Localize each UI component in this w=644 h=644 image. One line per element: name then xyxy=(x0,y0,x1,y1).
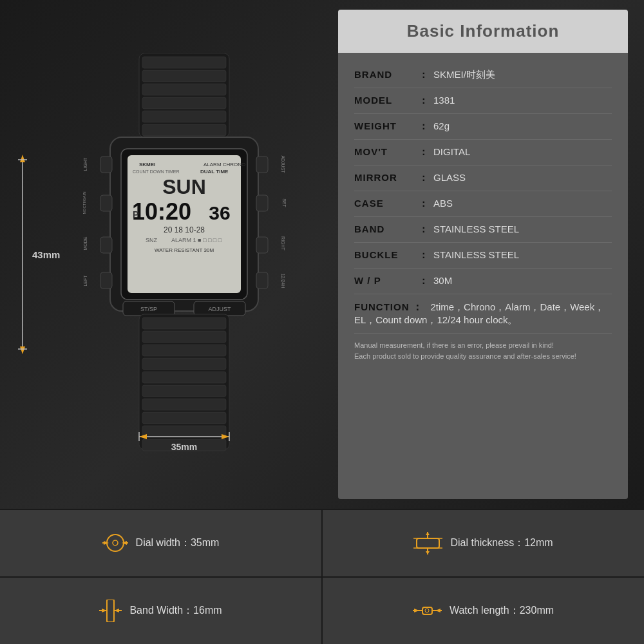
buckle-row: BUCKLE ： STAINLESS STEEL xyxy=(354,243,612,269)
note-line2: Each product sold to provide quality ass… xyxy=(354,351,612,362)
main-content: 43mm xyxy=(0,0,644,509)
svg-text:DUAL TIME: DUAL TIME xyxy=(200,169,229,175)
svg-text:ALARM 1 ■ □ □ □ □: ALARM 1 ■ □ □ □ □ xyxy=(171,237,222,243)
svg-rect-15 xyxy=(100,237,112,253)
svg-rect-6 xyxy=(142,57,226,68)
dial-width-icon xyxy=(102,532,128,554)
info-header: Basic Information xyxy=(338,10,628,53)
spec-band-width-label: Band Width：16mm xyxy=(129,604,222,618)
svg-text:COUNT DOWN TIMER: COUNT DOWN TIMER xyxy=(133,169,179,174)
case-value: ABS xyxy=(433,198,453,209)
weight-row: WEIGHT ： 62g xyxy=(354,114,612,140)
brand-label: BRAND xyxy=(354,69,419,80)
note-line1: Manual measurement, if there is an error… xyxy=(354,340,612,351)
svg-rect-53 xyxy=(142,385,226,397)
band-value: STAINLESS STEEL xyxy=(433,223,519,234)
spec-band-width: Band Width：16mm xyxy=(0,578,323,644)
svg-text:ALARM CHRONO: ALARM CHRONO xyxy=(204,162,245,167)
svg-rect-55 xyxy=(142,412,226,424)
band-width-icon xyxy=(99,600,122,622)
brand-row: BRAND ： SKMEI/时刻美 xyxy=(354,62,612,88)
mirror-label: MIRROR xyxy=(354,172,419,183)
weight-value: 62g xyxy=(433,120,450,131)
svg-marker-74 xyxy=(426,532,430,535)
movt-label: MOV'T xyxy=(354,146,419,157)
svg-rect-13 xyxy=(100,156,112,173)
svg-marker-81 xyxy=(114,609,119,612)
svg-text:SKMEI: SKMEI xyxy=(139,162,155,167)
svg-text:ADJUST: ADJUST xyxy=(208,306,231,312)
movt-value: DIGITAL xyxy=(433,146,470,157)
svg-rect-14 xyxy=(100,195,112,211)
case-row: CASE ： ABS xyxy=(354,191,612,217)
svg-text:WATER RESISTANT 30M: WATER RESISTANT 30M xyxy=(155,247,214,253)
svg-rect-8 xyxy=(142,84,226,95)
spec-watch-length-label: Watch length：230mm xyxy=(450,604,554,618)
svg-text:10:20: 10:20 xyxy=(132,198,191,225)
buckle-label: BUCKLE xyxy=(354,249,419,260)
case-label: CASE xyxy=(354,198,419,209)
info-title: Basic Information xyxy=(407,21,560,41)
brand-value: SKMEI/时刻美 xyxy=(433,69,495,81)
wp-label: W / P xyxy=(354,275,419,286)
svg-rect-54 xyxy=(142,399,226,410)
specs-row-1: Dial width：35mm Dial thickness：12mm xyxy=(0,509,644,576)
svg-rect-16 xyxy=(100,272,112,289)
svg-text:SNZ: SNZ xyxy=(146,237,158,243)
svg-point-65 xyxy=(113,540,118,545)
spec-dial-width: Dial width：35mm xyxy=(0,510,323,576)
svg-rect-17 xyxy=(256,156,268,173)
svg-rect-50 xyxy=(142,345,226,356)
svg-rect-56 xyxy=(142,426,226,437)
svg-text:SET: SET xyxy=(282,198,287,207)
weight-label: WEIGHT xyxy=(354,120,419,131)
svg-rect-19 xyxy=(256,237,268,253)
svg-rect-7 xyxy=(142,70,226,82)
height-dimension-label: 43mm xyxy=(32,249,60,260)
svg-rect-51 xyxy=(142,358,226,370)
wp-row: W / P ： 30M xyxy=(354,269,612,294)
model-label: MODEL xyxy=(354,95,419,106)
svg-point-64 xyxy=(107,535,124,551)
mirror-row: MIRROR ： GLASS xyxy=(354,166,612,191)
svg-text:NOCTI/GAIN: NOCTI/GAIN xyxy=(82,191,86,214)
svg-text:LEFT: LEFT xyxy=(83,275,88,287)
svg-text:35mm: 35mm xyxy=(171,442,197,452)
band-label: BAND xyxy=(354,223,419,234)
spec-dial-thickness-label: Dial thickness：12mm xyxy=(450,536,553,550)
vertical-dimension-arrow xyxy=(16,155,29,354)
svg-marker-76 xyxy=(426,551,430,554)
svg-text:ST/SP: ST/SP xyxy=(140,306,157,312)
svg-rect-18 xyxy=(256,195,268,211)
movt-row: MOV'T ： DIGITAL xyxy=(354,140,612,166)
svg-text:LIGHT: LIGHT xyxy=(83,157,88,171)
svg-rect-49 xyxy=(142,331,226,343)
model-row: MODEL ： 1381 xyxy=(354,88,612,114)
svg-text:ADJUST: ADJUST xyxy=(281,155,285,173)
function-label: FUNCTION xyxy=(354,301,410,312)
svg-marker-2 xyxy=(20,346,25,354)
wp-value: 30M xyxy=(433,275,452,286)
svg-marker-69 xyxy=(122,541,127,545)
info-note: Manual measurement, if there is an error… xyxy=(354,334,612,365)
svg-rect-10 xyxy=(142,111,226,122)
info-panel: Basic Information BRAND ： SKMEI/时刻美 MODE… xyxy=(338,10,628,499)
band-row: BAND ： STAINLESS STEEL xyxy=(354,217,612,243)
svg-marker-1 xyxy=(20,155,25,162)
svg-text:12/24H: 12/24H xyxy=(281,274,285,289)
spec-watch-length: Watch length：230mm xyxy=(323,578,644,644)
specs-bar: Dial width：35mm Dial thickness：12mm xyxy=(0,509,644,644)
watch-length-icon xyxy=(413,600,442,622)
svg-rect-20 xyxy=(256,272,268,289)
svg-rect-48 xyxy=(142,317,226,329)
svg-rect-52 xyxy=(142,372,226,383)
svg-rect-70 xyxy=(417,538,439,548)
watch-image: LIGHT NOCTI/GAIN MODE LEFT ADJUST SET RI… xyxy=(75,53,294,455)
svg-marker-79 xyxy=(102,609,107,612)
svg-rect-9 xyxy=(142,97,226,109)
function-row: FUNCTION ： 2time，Chrono，Alarm，Date，Week，… xyxy=(354,294,612,334)
svg-marker-85 xyxy=(414,609,419,612)
svg-text:SUN: SUN xyxy=(162,175,206,198)
svg-text:P: P xyxy=(133,209,138,220)
buckle-value: STAINLESS STEEL xyxy=(433,249,519,260)
